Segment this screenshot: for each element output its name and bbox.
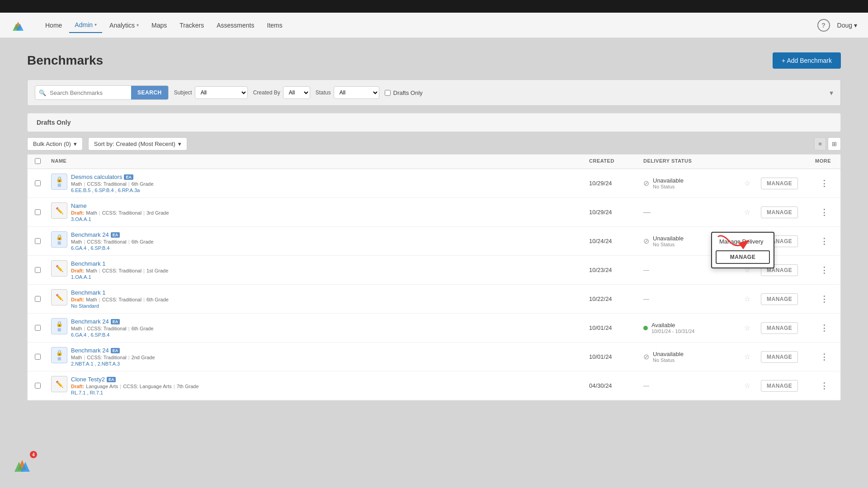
manage-button[interactable]: MANAGE [761,293,798,305]
item-title[interactable]: Benchmark 1 [71,289,589,296]
table-row: 🔒 ⊞ Desmos calculators EA Math | CCSS: T… [28,169,840,198]
more-menu-button[interactable]: ⋮ [815,235,833,248]
bulk-action-button[interactable]: Bulk Action (0) ▾ [27,137,83,150]
more-menu-button[interactable]: ⋮ [815,206,833,219]
delivery-cell: ⊘ Unavailable No Status [643,351,734,363]
analytics-chevron-icon: ▾ [137,23,139,28]
tooltip-manage-button[interactable]: MANAGE [716,250,770,264]
manage-delivery-item[interactable]: Manage Delivery [712,235,774,249]
item-icon-draft: ✏️ [51,202,67,219]
nav-item-items[interactable]: Items [262,18,288,33]
manage-btn-cell: MANAGE [761,322,815,334]
manage-button[interactable]: MANAGE [761,178,798,189]
item-title[interactable]: Benchmark 24 EA [71,318,589,325]
th-more: MORE [815,158,833,165]
item-standards[interactable]: 6.EE.B.5 , 6.SP.B.4 , 6.RP.A.3a [71,188,589,193]
nav-item-admin[interactable]: Admin ▾ [69,18,102,33]
nav-item-assessments[interactable]: Assessments [211,18,259,33]
manage-button[interactable]: MANAGE [761,206,798,218]
created-cell: 10/22/24 [589,296,643,302]
user-menu[interactable]: Doug ▾ [837,22,857,29]
search-icon: 🔍 [35,87,50,99]
item-standards[interactable]: No Standard [71,303,589,309]
item-details: Benchmark 24 EA Math | CCSS: Traditional… [71,318,589,338]
item-standards[interactable]: 6.GA.4 , 6.SP.B.4 [71,245,589,251]
item-icon-draft: ✏️ [51,289,67,305]
star-cell[interactable]: ☆ [734,324,761,332]
item-standards[interactable]: 6.GA.4 , 6.SP.B.4 [71,332,589,338]
available-dot-icon [643,326,648,330]
delivery-cell: — [643,208,734,216]
item-details: Benchmark 24 EA Math | CCSS: Traditional… [71,231,589,251]
more-menu-button[interactable]: ⋮ [815,177,833,190]
star-cell[interactable]: ☆ [734,179,761,188]
item-name-cell: 🔒 ⊞ Benchmark 24 EA Math | CCSS: Traditi… [51,231,589,251]
view-list-button[interactable]: ≡ [814,137,826,150]
grid-icon: ⊞ [57,183,61,188]
view-grid-button[interactable]: ⊞ [828,137,841,150]
manage-button[interactable]: MANAGE [761,322,798,334]
delivery-cell: ⊘ Unavailable No Status [643,177,734,189]
more-menu-button[interactable]: ⋮ [815,263,833,277]
bottom-badge[interactable]: 4 [11,452,36,477]
row-checkbox[interactable] [35,180,41,186]
help-button[interactable]: ? [817,19,830,32]
more-menu-button[interactable]: ⋮ [815,321,833,335]
row-checkbox[interactable] [35,325,41,331]
item-title[interactable]: Benchmark 1 [71,260,589,267]
search-button[interactable]: SEARCH [131,86,168,99]
item-standards[interactable]: 2.NBT.A.1 , 2.NBT.A.3 [71,361,589,366]
created-by-select[interactable]: All [283,86,310,99]
item-details: Clone Testy2 EA Draft: Language Arts | C… [71,376,589,395]
lock-icon: 🔒 [56,350,63,356]
item-title[interactable]: Benchmark 24 EA [71,347,589,354]
th-star [734,158,761,165]
drafts-only-checkbox-label[interactable]: Drafts Only [385,89,423,96]
row-checkbox[interactable] [35,238,41,244]
row-checkbox[interactable] [35,383,41,389]
list-toolbar: Bulk Action (0) ▾ Sort by: Created (Most… [27,137,841,150]
row-checkbox[interactable] [35,354,41,360]
nav-item-maps[interactable]: Maps [146,18,172,33]
item-standards[interactable]: RL.7.1 , RI.7.1 [71,390,589,395]
star-cell[interactable]: ☆ [734,208,761,216]
grid-icon: ⊞ [57,240,61,245]
drafts-only-checkbox[interactable] [385,90,391,96]
item-title[interactable]: Clone Testy2 EA [71,376,589,383]
row-checkbox[interactable] [35,267,41,273]
item-standards[interactable]: 1.OA.A.1 [71,274,589,280]
nav-item-home[interactable]: Home [40,18,67,33]
status-select[interactable]: All Available Unavailable [334,86,379,99]
item-name-cell: ✏️ Name Draft: Math | CCSS: Traditional … [51,202,589,222]
item-title[interactable]: Desmos calculators EA [71,174,589,180]
select-all-checkbox[interactable] [35,158,41,164]
star-cell[interactable]: ☆ [734,352,761,361]
nav-logo[interactable] [11,18,29,33]
item-standards[interactable]: 3.OA.A.1 [71,216,589,222]
row-checkbox[interactable] [35,296,41,302]
sort-button[interactable]: Sort by: Created (Most Recent) ▾ [88,137,187,150]
manage-button[interactable]: MANAGE [761,380,798,392]
nav-right: ? Doug ▾ [817,19,857,32]
search-input[interactable] [50,87,131,99]
subject-select[interactable]: All Math Language Arts [195,86,248,99]
table-row: ✏️ Benchmark 1 Draft: Math | CCSS: Tradi… [28,285,840,314]
star-cell[interactable]: ☆ [734,381,761,390]
row-checkbox-cell [35,180,51,186]
manage-button[interactable]: MANAGE [761,351,798,363]
row-checkbox[interactable] [35,209,41,215]
filter-expand-icon[interactable]: ▾ [830,89,833,97]
add-benchmark-button[interactable]: + Add Benchmark [773,52,841,69]
item-title[interactable]: Benchmark 24 EA [71,231,589,238]
nav-item-trackers[interactable]: Trackers [174,18,209,33]
more-menu-button[interactable]: ⋮ [815,292,833,306]
lock-icon: 🔒 [56,176,63,183]
more-menu-button[interactable]: ⋮ [815,350,833,364]
more-menu-button[interactable]: ⋮ [815,379,833,393]
star-cell[interactable]: ☆ [734,295,761,303]
item-icon-locked: 🔒 ⊞ [51,174,67,190]
item-title[interactable]: Name [71,202,589,209]
item-name-cell: 🔒 ⊞ Benchmark 24 EA Math | CCSS: Traditi… [51,347,589,366]
nav-item-analytics[interactable]: Analytics ▾ [104,18,144,33]
sort-chevron-icon: ▾ [178,141,181,147]
